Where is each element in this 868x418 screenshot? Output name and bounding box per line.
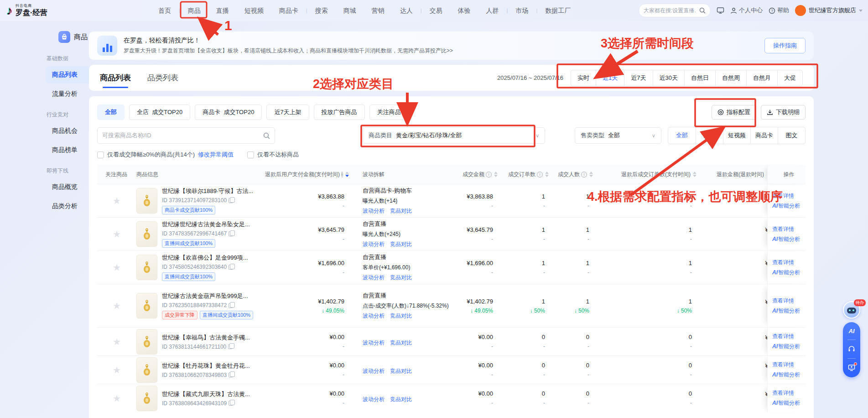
filter-chip-5[interactable]: 关注商品 xyxy=(369,104,409,120)
date-range-label[interactable]: 2025/07/16 ~ 2025/07/16 xyxy=(497,74,563,81)
product-title[interactable]: 世纪缘【牡丹花珠】黄金牡丹花... xyxy=(162,362,250,370)
star-icon[interactable]: ★ xyxy=(113,336,121,347)
ai-analysis-link[interactable]: AI智能分析 xyxy=(772,371,806,379)
col-people[interactable]: 成交人数 i xyxy=(553,171,597,178)
copy-icon[interactable] xyxy=(229,401,233,406)
star-icon[interactable]: ★ xyxy=(113,365,121,376)
product-thumbnail[interactable] xyxy=(136,357,157,383)
view-detail-link[interactable]: 查看详情 xyxy=(772,192,806,200)
view-detail-link[interactable]: 查看详情 xyxy=(772,259,806,266)
period-3[interactable]: 近30天 xyxy=(653,70,684,86)
competitor-compare-link[interactable]: 竞品对比 xyxy=(390,396,412,403)
period-0[interactable]: 实时 xyxy=(571,70,596,86)
copy-icon[interactable] xyxy=(229,265,233,270)
period-5[interactable]: 自然周 xyxy=(715,70,746,86)
period-7[interactable]: 大促 xyxy=(777,70,802,86)
view-detail-link[interactable]: 查看详情 xyxy=(772,361,806,369)
todo-badge[interactable]: 待办 xyxy=(854,299,866,306)
filter-chip-2[interactable]: 商品卡 成交TOP20 xyxy=(195,104,262,120)
ai-analysis-link[interactable]: AI智能分析 xyxy=(772,269,806,277)
star-icon[interactable]: ★ xyxy=(113,300,121,311)
competitor-compare-link[interactable]: 竞品对比 xyxy=(390,207,412,215)
star-icon[interactable]: ★ xyxy=(113,393,121,404)
nav-item-4[interactable]: 短视频 xyxy=(237,0,271,21)
nav-item-7[interactable]: 搜索 xyxy=(307,0,336,21)
info-icon[interactable]: i xyxy=(581,172,587,178)
sidebar-item-1-0[interactable]: 商品机会 xyxy=(46,122,93,140)
wave-analysis-link[interactable]: 波动分析 xyxy=(363,339,385,347)
sort-carets[interactable] xyxy=(545,172,549,177)
ai-robot-icon[interactable]: 待办 xyxy=(843,301,860,319)
channel-1[interactable]: 直播 xyxy=(696,127,723,144)
sidebar-item-0-0[interactable]: 商品列表 xyxy=(46,66,93,84)
message-monitor-icon[interactable] xyxy=(717,7,724,14)
operation-guide-button[interactable]: 操作指南 xyxy=(764,38,806,53)
sidebar-item-2-0[interactable]: 商品概览 xyxy=(46,178,93,196)
info-icon[interactable]: i xyxy=(537,172,543,178)
decline-filter-checkbox[interactable] xyxy=(97,152,104,158)
period-6[interactable]: 自然月 xyxy=(746,70,777,86)
filter-chip-3[interactable]: 近7天上架 xyxy=(266,104,309,120)
wave-analysis-link[interactable]: 波动分析 xyxy=(363,240,385,248)
product-title[interactable]: 世纪缘【埃菲尔1889·守候】古法... xyxy=(162,187,253,195)
ai-analysis-link[interactable]: AI智能分析 xyxy=(772,202,806,210)
channel-0[interactable]: 全部 xyxy=(668,127,696,144)
filter-chip-4[interactable]: 投放广告商品 xyxy=(314,104,365,120)
star-icon[interactable]: ★ xyxy=(113,229,121,240)
sale-type-select[interactable]: 售卖类型 全部 ∨ xyxy=(575,127,661,144)
product-title[interactable]: 世纪缘【藏式九眼天珠】古法黄... xyxy=(162,390,250,398)
view-detail-link[interactable]: 查看详情 xyxy=(772,333,806,340)
col-amount[interactable]: 成交金额 i xyxy=(456,171,506,178)
global-search-input[interactable]: 大家都在搜:设置直播... xyxy=(639,4,711,17)
competitor-compare-link[interactable]: 竞品对比 xyxy=(390,312,412,320)
product-thumbnail[interactable] xyxy=(136,188,157,214)
wave-analysis-link[interactable]: 波动分析 xyxy=(363,396,385,403)
nav-item-9[interactable]: 营销 xyxy=(364,0,392,21)
search-icon[interactable] xyxy=(699,7,706,14)
competitor-compare-link[interactable]: 竞品对比 xyxy=(390,367,412,375)
view-detail-link[interactable]: 查看详情 xyxy=(772,297,806,305)
product-title[interactable]: 世纪缘古法黄金葫芦吊坠999足... xyxy=(162,292,253,300)
view-detail-link[interactable]: 查看详情 xyxy=(772,225,806,233)
nav-item-3[interactable]: 直播 xyxy=(208,0,237,21)
info-icon[interactable]: i xyxy=(486,172,492,178)
col-pay[interactable]: 退款后用户支付金额(支付时间) i xyxy=(287,171,355,178)
profile-menu[interactable]: 个人中心 xyxy=(730,6,763,15)
copy-icon[interactable] xyxy=(228,344,233,349)
sort-carets[interactable] xyxy=(589,172,593,177)
period-4[interactable]: 自然日 xyxy=(684,70,715,86)
product-title[interactable]: 世纪缘【幸福鸟】古法黄金手镯... xyxy=(162,334,250,342)
ai-analysis-link[interactable]: AI智能分析 xyxy=(772,343,806,350)
wave-analysis-link[interactable]: 波动分析 xyxy=(363,274,385,282)
copy-icon[interactable] xyxy=(229,198,233,203)
metric-config-button[interactable]: 指标配置 xyxy=(712,105,756,120)
view-detail-link[interactable]: 查看详情 xyxy=(772,389,806,397)
filter-chip-1[interactable]: 全店 成交TOP20 xyxy=(129,104,190,120)
product-title[interactable]: 世纪缘【欢喜佛公】足金999项... xyxy=(162,254,248,262)
download-detail-button[interactable]: 下载明细 xyxy=(761,105,806,120)
contact-kiosk-icon[interactable] xyxy=(847,364,856,372)
tab-1[interactable]: 品类列表 xyxy=(147,65,178,91)
product-thumbnail[interactable] xyxy=(136,329,157,355)
search-icon[interactable] xyxy=(263,132,270,139)
copy-icon[interactable] xyxy=(229,303,233,308)
sidebar-item-1-1[interactable]: 商品榜单 xyxy=(46,141,93,159)
competitor-compare-link[interactable]: 竞品对比 xyxy=(390,240,412,248)
nav-item-16[interactable]: 市场 xyxy=(508,0,536,21)
nav-item-10[interactable]: 达人 xyxy=(392,0,421,21)
col-refund-orders[interactable]: 退款后成交订单数(支付时间) xyxy=(597,171,704,178)
ai-analysis-link[interactable]: AI智能分析 xyxy=(772,235,806,243)
category-select[interactable]: 商品类目 黄金/彩宝/钻石/珍珠/全部 ∨ xyxy=(363,127,545,144)
product-title[interactable]: 世纪缘世纪缘古法黄金吊坠女足... xyxy=(162,220,250,229)
channel-4[interactable]: 图文 xyxy=(778,127,805,144)
wave-analysis-link[interactable]: 波动分析 xyxy=(363,312,385,320)
product-thumbnail[interactable] xyxy=(136,386,157,411)
filter-chip-0[interactable]: 全部 xyxy=(97,104,125,120)
product-thumbnail[interactable] xyxy=(136,255,157,280)
copy-icon[interactable] xyxy=(229,231,233,236)
period-1[interactable]: 近1天 xyxy=(596,70,624,86)
nav-item-18[interactable]: 数据工厂 xyxy=(537,0,578,21)
nav-item-2[interactable]: 商品 xyxy=(180,0,208,21)
channel-2[interactable]: 短视频 xyxy=(723,127,750,144)
info-icon[interactable]: i xyxy=(341,172,343,178)
